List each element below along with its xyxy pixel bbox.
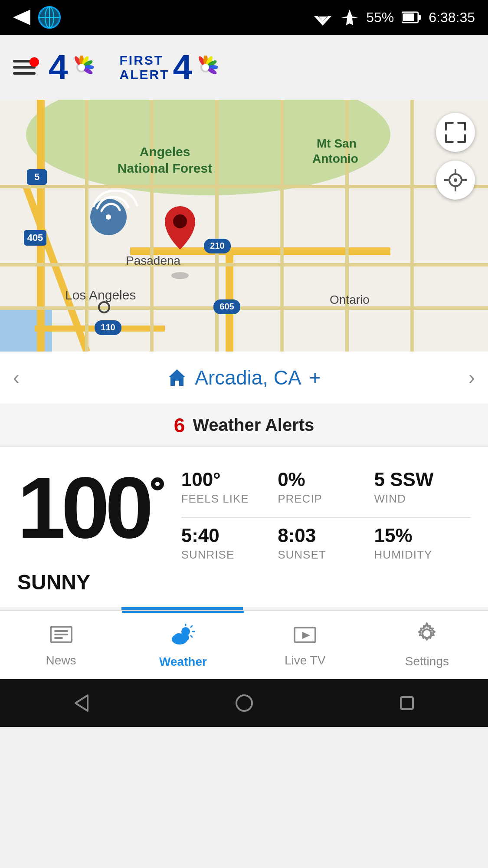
nav-item-settings[interactable]: Settings [366, 611, 488, 679]
svg-line-87 [191, 626, 192, 627]
status-right-info: 55% 6:38:35 [312, 9, 475, 26]
precip-value: 0% [278, 469, 374, 490]
sunrise-col: 5:40 SUNRISE [181, 525, 278, 562]
tab-indicator-container [0, 607, 488, 610]
weather-nav-label: Weather [159, 655, 207, 669]
weather-divider [181, 517, 471, 518]
sunrise-value: 5:40 [181, 525, 278, 546]
svg-point-80 [454, 178, 457, 182]
svg-point-63 [171, 272, 189, 279]
svg-text:National Forest: National Forest [118, 161, 212, 175]
svg-text:5: 5 [34, 171, 39, 182]
wind-col: 5 SSW WIND [374, 469, 471, 506]
airplane-icon [341, 9, 358, 26]
news-nav-label: News [46, 654, 76, 667]
humidity-col: 15% HUMIDITY [374, 525, 471, 562]
nav-item-news[interactable]: News [0, 611, 122, 679]
svg-rect-11 [403, 13, 414, 21]
battery-icon [402, 11, 421, 23]
next-location-button[interactable]: › [468, 367, 475, 388]
svg-marker-94 [302, 632, 310, 639]
svg-rect-98 [401, 697, 413, 709]
android-recent-icon [398, 694, 416, 712]
locate-button[interactable] [436, 161, 475, 200]
alert-text: ALERT [120, 67, 170, 82]
feels-like-label: FEELS LIKE [181, 492, 278, 506]
android-home-button[interactable] [230, 689, 258, 717]
bottom-nav: News Weather Liv [0, 610, 488, 679]
crosshair-icon [444, 169, 467, 191]
svg-rect-10 [418, 15, 421, 20]
precip-col: 0% PRECIP [278, 469, 374, 506]
svg-rect-84 [54, 637, 63, 639]
first-alert-logo: FIRST ALERT 4 [120, 50, 218, 85]
back-arrow-icon [13, 10, 30, 25]
map-view[interactable]: 5 405 210 605 110 Angeles National Fores… [0, 100, 488, 352]
svg-point-97 [236, 695, 252, 711]
livetv-nav-label: Live TV [285, 654, 325, 667]
sunset-col: 8:03 SUNSET [278, 525, 374, 562]
status-left-icons [13, 6, 61, 29]
svg-point-66 [106, 214, 111, 220]
news-icon-svg [50, 625, 72, 644]
android-back-button[interactable] [68, 689, 95, 717]
time-text: 6:38:35 [429, 10, 475, 26]
android-back-icon [72, 694, 91, 713]
sunrise-label: SUNRISE [181, 548, 278, 562]
humidity-value: 15% [374, 525, 471, 546]
feels-like-value: 100° [181, 469, 278, 490]
svg-point-19 [78, 64, 85, 71]
nav-item-weather[interactable]: Weather [122, 611, 244, 679]
weather-alerts-bar[interactable]: 6 Weather Alerts [0, 404, 488, 447]
temperature-display: 100 [17, 464, 164, 551]
nbc-peacock-icon [70, 56, 94, 79]
android-home-icon [235, 694, 254, 713]
detail-row-top: 100° FEELS LIKE 0% PRECIP 5 SSW WIND [181, 469, 471, 506]
svg-rect-83 [54, 634, 68, 635]
svg-text:Pasadena: Pasadena [126, 254, 181, 267]
weather-icon-svg [170, 624, 196, 645]
wind-value: 5 SSW [374, 469, 471, 490]
livetv-icon-svg [294, 624, 316, 644]
menu-button[interactable] [13, 60, 36, 75]
expand-icon [444, 121, 467, 144]
svg-marker-0 [13, 10, 30, 25]
news-icon [50, 623, 72, 649]
svg-text:Antonio: Antonio [312, 152, 358, 165]
weather-details: 100° FEELS LIKE 0% PRECIP 5 SSW WIND 5:4… [164, 464, 471, 566]
globe-icon [38, 6, 61, 29]
weather-main-row: 100 100° FEELS LIKE 0% PRECIP 5 SSW WIND [17, 464, 471, 566]
sunset-label: SUNSET [278, 548, 374, 562]
home-icon [167, 368, 187, 388]
android-recent-button[interactable] [393, 689, 421, 717]
detail-row-bottom: 5:40 SUNRISE 8:03 SUNSET 15% HUMIDITY [181, 525, 471, 562]
degree-symbol [151, 477, 164, 490]
svg-text:605: 605 [219, 302, 234, 311]
svg-text:Angeles: Angeles [140, 145, 190, 159]
svg-text:Ontario: Ontario [330, 293, 370, 306]
feels-like-col: 100° FEELS LIKE [181, 469, 278, 506]
status-bar: 55% 6:38:35 [0, 0, 488, 35]
prev-location-button[interactable]: ‹ [13, 367, 20, 388]
humidity-label: HUMIDITY [374, 548, 471, 562]
condition-row: SUNNY [17, 570, 471, 594]
expand-map-button[interactable] [436, 113, 475, 152]
svg-text:405: 405 [27, 232, 43, 243]
map-svg: 5 405 210 605 110 Angeles National Fores… [0, 100, 488, 352]
nbc4-logo: 4 [49, 50, 94, 85]
svg-text:210: 210 [210, 241, 224, 250]
add-location-button[interactable]: + [309, 366, 321, 389]
location-center: Arcadia, CA + [167, 366, 321, 389]
svg-point-92 [174, 633, 183, 640]
first-text: FIRST [120, 53, 170, 67]
nav-item-livetv[interactable]: Live TV [244, 611, 366, 679]
sunset-value: 8:03 [278, 525, 374, 546]
location-name: Arcadia, CA [195, 366, 301, 389]
first-alert-peacock-icon [194, 56, 218, 79]
temperature-value: 100 [17, 464, 149, 551]
wind-label: WIND [374, 492, 471, 506]
android-nav-bar [0, 679, 488, 727]
first-alert-number: 4 [173, 50, 193, 85]
precip-label: PRECIP [278, 492, 374, 506]
location-bar[interactable]: ‹ Arcadia, CA + › [0, 352, 488, 404]
